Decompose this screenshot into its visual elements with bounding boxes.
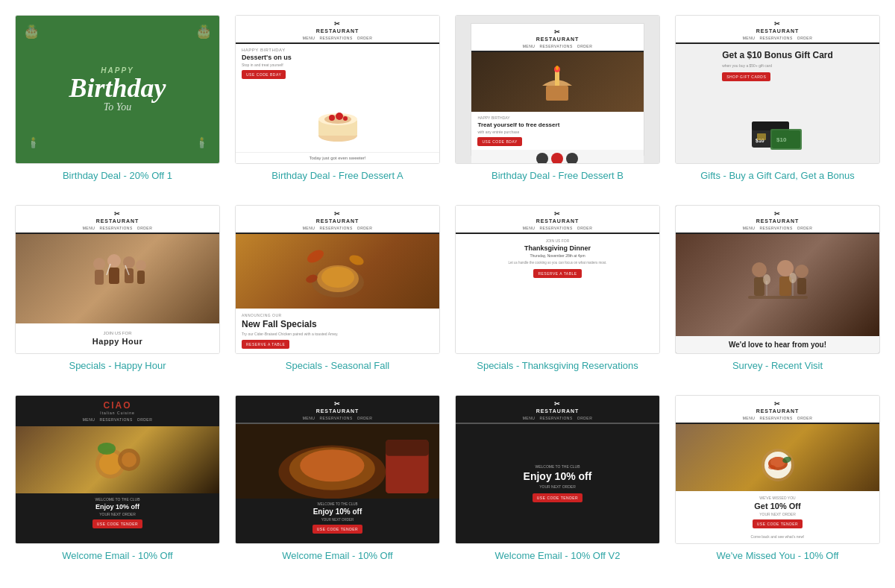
- svg-point-38: [795, 265, 808, 278]
- card-label-welcome-v2: Welcome Email - 10% Off V2: [495, 550, 621, 563]
- card-welcome-v2[interactable]: ✂RESTAURANT MENURESERVATIONSORDER WELCOM…: [455, 395, 660, 563]
- svg-rect-25: [137, 271, 145, 284]
- thumbnail-fall: ✂RESTAURANT MENURESERVATIONSORDER: [235, 205, 440, 354]
- thumbnail-welcome-dark: ✂RESTAURANT MENURESERVATIONSORDER: [235, 395, 440, 544]
- card-happy-hour[interactable]: ✂RESTAURANT MENURESERVATIONSORDER: [15, 205, 220, 373]
- card-label-missed: We've Missed You - 10% Off: [717, 550, 839, 563]
- svg-point-42: [763, 274, 770, 285]
- thumbnail-gift: ✂RESTAURANT MENURESERVATIONSORDER Get a …: [675, 15, 880, 164]
- card-birthday1[interactable]: HAPPY Birthday To You 🎂 🎂 🕯️ 🕯️ Birthday…: [15, 15, 220, 183]
- thumbnail-welcome-ciao: CIAO Italian Cuisine MENURESERVATIONSORD…: [15, 395, 220, 544]
- thumbnail-dessert-a: ✂RESTAURANT MENURESERVATIONSORDER HAPPY …: [235, 15, 440, 164]
- svg-point-10: [556, 66, 559, 70]
- svg-point-32: [348, 253, 365, 267]
- card-label-happy-hour: Specials - Happy Hour: [69, 360, 166, 373]
- svg-text:$10: $10: [776, 136, 787, 143]
- thumbnail-happy-hour: ✂RESTAURANT MENURESERVATIONSORDER: [15, 205, 220, 354]
- template-grid: HAPPY Birthday To You 🎂 🎂 🕯️ 🕯️ Birthday…: [15, 15, 880, 563]
- svg-rect-21: [109, 268, 119, 284]
- svg-rect-8: [555, 71, 559, 86]
- svg-point-6: [343, 116, 348, 121]
- card-label-survey: Survey - Recent Visit: [732, 360, 823, 373]
- thumbnail-survey: ✂RESTAURANT MENURESERVATIONSORDER: [675, 205, 880, 354]
- restaurant-header: ✂RESTAURANT MENURESERVATIONSORDER: [236, 16, 439, 44]
- svg-point-4: [329, 115, 335, 121]
- card-dessert-a[interactable]: ✂RESTAURANT MENURESERVATIONSORDER HAPPY …: [235, 15, 440, 183]
- card-fall[interactable]: ✂RESTAURANT MENURESERVATIONSORDER: [235, 205, 440, 373]
- svg-rect-35: [754, 277, 764, 296]
- thumbnail-welcome-v2: ✂RESTAURANT MENURESERVATIONSORDER WELCOM…: [455, 395, 660, 544]
- svg-point-49: [98, 443, 116, 455]
- svg-point-18: [93, 258, 105, 270]
- svg-point-61: [768, 465, 776, 470]
- svg-point-44: [789, 273, 797, 283]
- card-label-thanksgiving: Specials - Thanksgiving Reservations: [477, 360, 638, 373]
- card-label-dessert-b: Birthday Deal - Free Dessert B: [492, 170, 624, 183]
- svg-rect-7: [546, 86, 568, 101]
- card-thanksgiving[interactable]: ✂RESTAURANT MENURESERVATIONSORDER JOIN U…: [455, 205, 660, 373]
- card-label-gift: Gifts - Buy a Gift Card, Get a Bonus: [700, 170, 855, 183]
- svg-point-5: [336, 113, 343, 120]
- svg-point-48: [122, 452, 136, 467]
- card-survey[interactable]: ✂RESTAURANT MENURESERVATIONSORDER: [675, 205, 880, 373]
- thumbnail-thanksgiving: ✂RESTAURANT MENURESERVATIONSORDER JOIN U…: [455, 205, 660, 354]
- svg-rect-14: [757, 133, 766, 140]
- svg-point-30: [321, 267, 354, 288]
- svg-point-34: [752, 262, 767, 277]
- svg-rect-19: [95, 270, 104, 285]
- svg-point-24: [136, 260, 146, 271]
- card-label-birthday1: Birthday Deal - 20% Off 1: [63, 170, 172, 183]
- svg-point-31: [305, 247, 326, 265]
- card-label-welcome-ciao: Welcome Email - 10% Off: [62, 550, 172, 563]
- card-label-dessert-a: Birthday Deal - Free Dessert A: [271, 170, 403, 183]
- svg-point-53: [300, 449, 364, 481]
- svg-point-22: [123, 256, 135, 268]
- thumbnail-missed: ✂RESTAURANT MENURESERVATIONSORDER: [675, 395, 880, 544]
- thumbnail-birthday1: HAPPY Birthday To You 🎂 🎂 🕯️ 🕯️: [15, 15, 220, 164]
- svg-rect-23: [125, 268, 134, 283]
- card-dessert-b[interactable]: ✂RESTAURANT MENURESERVATIONSORDER: [455, 15, 660, 183]
- card-label-fall: Specials - Seasonal Fall: [286, 360, 389, 373]
- svg-rect-40: [748, 296, 808, 299]
- svg-rect-39: [797, 278, 806, 294]
- svg-point-46: [99, 452, 122, 475]
- card-gift[interactable]: ✂RESTAURANT MENURESERVATIONSORDER Get a …: [675, 15, 880, 183]
- card-welcome-dark[interactable]: ✂RESTAURANT MENURESERVATIONSORDER: [235, 395, 440, 563]
- thumbnail-dessert-b: ✂RESTAURANT MENURESERVATIONSORDER: [455, 15, 660, 164]
- card-label-welcome-dark: Welcome Email - 10% Off: [282, 550, 392, 563]
- svg-rect-55: [386, 440, 428, 456]
- card-missed[interactable]: ✂RESTAURANT MENURESERVATIONSORDER: [675, 395, 880, 563]
- card-welcome-ciao[interactable]: CIAO Italian Cuisine MENURESERVATIONSORD…: [15, 395, 220, 563]
